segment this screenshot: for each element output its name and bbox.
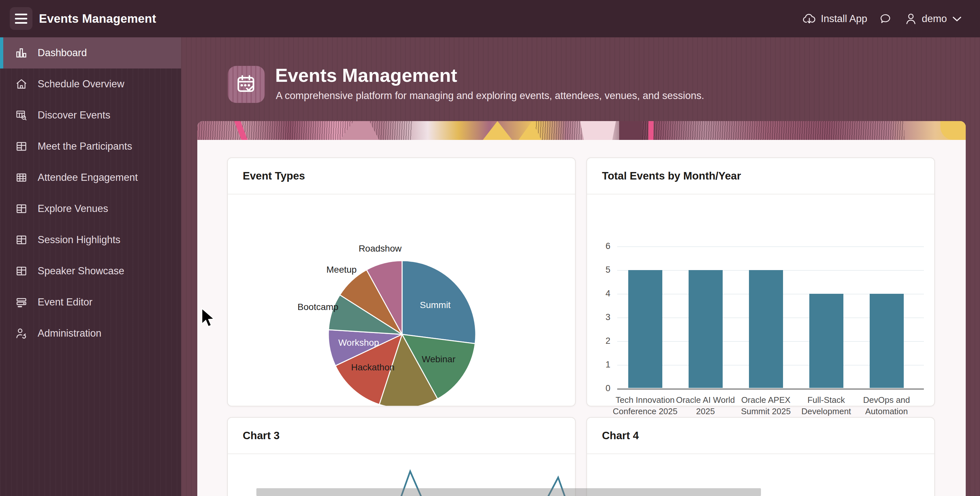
chart-card-chart4: Chart 4 Series E xyxy=(586,417,935,496)
sidebar-item-label: Dashboard xyxy=(38,47,87,59)
sidebar-item-administration[interactable]: Administration xyxy=(0,318,181,349)
table-search-icon xyxy=(14,109,29,121)
sidebar-item-label: Discover Events xyxy=(38,109,110,121)
bar-x-label: Oracle AI World2025 xyxy=(671,394,740,417)
bar-y-tick: 2 xyxy=(588,336,610,346)
bar-0[interactable] xyxy=(628,270,662,388)
sidebar-item-label: Meet the Participants xyxy=(38,140,132,152)
feedback-button[interactable] xyxy=(880,13,892,25)
grid-icon xyxy=(14,203,29,215)
user-menu-button[interactable]: demo xyxy=(905,12,963,26)
bar-chart-icon xyxy=(14,47,29,59)
home-icon xyxy=(14,78,29,90)
sidebar-item-speaker-showcase[interactable]: Speaker Showcase xyxy=(0,255,181,287)
sidebar-item-label: Speaker Showcase xyxy=(38,265,124,277)
app-title: Events Management xyxy=(39,0,156,37)
header-actions: Install App demo xyxy=(802,0,963,37)
bar-x-label: Oracle APEXSummit 2025 xyxy=(732,394,800,417)
sidebar-item-label: Event Editor xyxy=(38,297,92,308)
bar-1[interactable] xyxy=(689,270,723,388)
event-types-pie-chart[interactable]: SummitWebinarConferenceHackathonWorkshop… xyxy=(228,195,575,406)
total-events-bar-chart[interactable]: 6543210Tech InnovationConference 2025Ora… xyxy=(587,195,934,406)
decorative-banner-artwork xyxy=(197,121,966,140)
pie-label-roadshow: Roadshow xyxy=(359,244,402,254)
sidebar-item-attendee-engagement[interactable]: Attendee Engagement xyxy=(0,162,181,193)
bar-y-tick: 0 xyxy=(588,383,610,394)
bar-y-tick: 5 xyxy=(588,265,610,275)
sidebar-item-label: Schedule Overview xyxy=(38,78,124,90)
person-icon xyxy=(905,12,917,26)
grid-icon xyxy=(14,234,29,246)
top-header-bar: Events Management Install App xyxy=(0,0,980,37)
sidebar-item-label: Session Highlights xyxy=(38,234,120,246)
sidebar-item-dashboard[interactable]: Dashboard xyxy=(0,37,181,69)
sidebar-item-schedule-overview[interactable]: Schedule Overview xyxy=(0,69,181,100)
app-window: Events Management Install App xyxy=(0,0,980,496)
user-name-label: demo xyxy=(921,13,947,25)
hero-section: Events Management A comprehensive platfo… xyxy=(181,37,980,121)
chart-title: Total Events by Month/Year xyxy=(587,158,934,195)
chart-card-event-types: Event Types SummitWebinarConferenceHacka… xyxy=(227,158,576,407)
chart-title: Chart 3 xyxy=(228,418,575,454)
mouse-cursor xyxy=(200,308,215,330)
chat-bubble-icon xyxy=(880,13,892,25)
sidebar-item-event-editor[interactable]: Event Editor xyxy=(0,287,181,318)
sidebar-navigation: DashboardSchedule OverviewDiscover Event… xyxy=(0,37,181,496)
sidebar-item-explore-venues[interactable]: Explore Venues xyxy=(0,193,181,224)
horizontal-scrollbar[interactable] xyxy=(256,488,761,496)
grid-icon xyxy=(14,140,29,153)
bar-y-tick: 4 xyxy=(588,289,610,299)
bar-y-tick: 1 xyxy=(588,360,610,370)
bar-3[interactable] xyxy=(809,294,843,388)
form-rows-icon xyxy=(14,296,29,308)
page-title: Events Management xyxy=(275,64,457,86)
sidebar-item-session-highlights[interactable]: Session Highlights xyxy=(0,224,181,255)
chart-title: Event Types xyxy=(228,158,575,195)
person-wrench-icon xyxy=(14,327,29,340)
chart-card-total-events: Total Events by Month/Year 6543210Tech I… xyxy=(586,158,935,407)
bar-y-tick: 3 xyxy=(588,312,610,322)
sidebar-item-meet-the-participants[interactable]: Meet the Participants xyxy=(0,131,181,162)
pie-label-bootcamp: Bootcamp xyxy=(298,302,339,312)
page-subtitle: A comprehensive platform for managing an… xyxy=(276,90,704,102)
pie-label-meetup: Meetup xyxy=(326,265,356,274)
install-app-label: Install App xyxy=(821,13,867,25)
bar-x-label: Tech InnovationConference 2025 xyxy=(611,394,679,417)
chart-card-chart3: Chart 3 35 30 xyxy=(227,417,576,496)
sidebar-item-label: Explore Venues xyxy=(38,203,108,215)
hamburger-menu-button[interactable] xyxy=(10,7,32,30)
pie-label-workshop: Workshop xyxy=(338,338,379,348)
bar-4[interactable] xyxy=(870,294,904,388)
chart-title: Chart 4 xyxy=(587,418,934,454)
pie-label-summit: Summit xyxy=(420,300,451,310)
bar-2[interactable] xyxy=(749,270,783,388)
pie-label-hackathon: Hackathon xyxy=(351,362,395,372)
grid-icon xyxy=(14,265,29,277)
cloud-download-icon xyxy=(802,13,816,25)
pie-label-webinar: Webinar xyxy=(422,354,456,364)
table-rows-icon xyxy=(14,171,29,184)
chevron-down-icon xyxy=(951,15,963,23)
sidebar-item-label: Attendee Engagement xyxy=(38,172,138,183)
bar-y-tick: 6 xyxy=(588,241,610,251)
install-app-button[interactable]: Install App xyxy=(802,13,867,25)
sidebar-item-discover-events[interactable]: Discover Events xyxy=(0,100,181,131)
sidebar-item-label: Administration xyxy=(38,327,101,339)
calendar-check-icon xyxy=(228,66,265,103)
